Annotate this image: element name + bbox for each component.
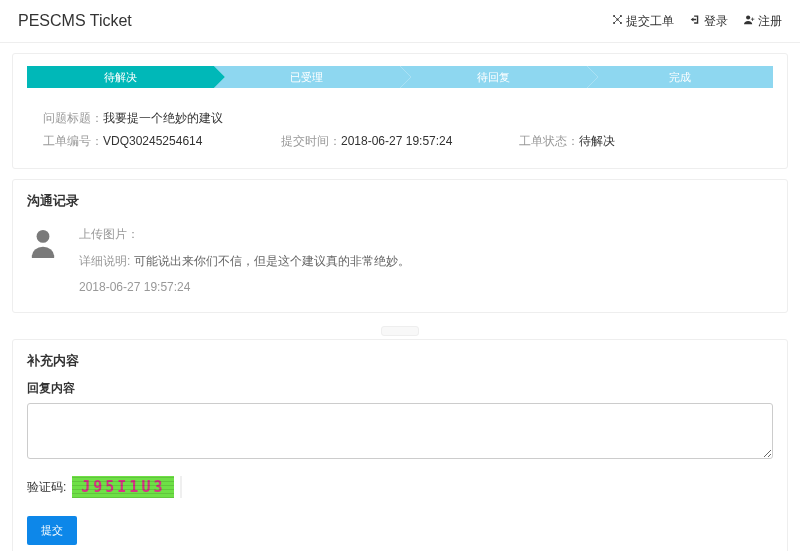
ticket-number-label: 工单编号： bbox=[43, 134, 103, 148]
main-container: 待解决 已受理 待回复 完成 问题标题：我要提一个绝妙的建议 工单编号：VDQ3… bbox=[0, 43, 800, 551]
ticket-time-value: 2018-06-27 19:57:24 bbox=[341, 134, 452, 148]
captcha-label: 验证码: bbox=[27, 479, 66, 496]
step-awaiting-reply: 待回复 bbox=[400, 66, 587, 88]
ticket-meta-row: 工单编号：VDQ30245254614 提交时间：2018-06-27 19:5… bbox=[43, 133, 757, 150]
message-time: 2018-06-27 19:57:24 bbox=[79, 280, 773, 294]
submit-button[interactable]: 提交 bbox=[27, 516, 77, 545]
ticket-status-value: 待解决 bbox=[579, 134, 615, 148]
nav-link-label: 提交工单 bbox=[626, 13, 674, 30]
ticket-info-block: 问题标题：我要提一个绝妙的建议 工单编号：VDQ30245254614 提交时间… bbox=[27, 104, 773, 156]
supplement-title: 补充内容 bbox=[27, 352, 773, 370]
step-accepted: 已受理 bbox=[214, 66, 401, 88]
nav-link-label: 登录 bbox=[704, 13, 728, 30]
svg-point-6 bbox=[37, 230, 50, 243]
detail-line: 详细说明: 可能说出来你们不信，但是这个建议真的非常绝妙。 bbox=[79, 253, 773, 270]
step-pending: 待解决 bbox=[27, 66, 214, 88]
ticket-title-value: 我要提一个绝妙的建议 bbox=[103, 111, 223, 125]
login-link[interactable]: 登录 bbox=[690, 13, 728, 30]
login-icon bbox=[690, 14, 701, 28]
captcha-input[interactable] bbox=[180, 476, 182, 498]
ticket-number: 工单编号：VDQ30245254614 bbox=[43, 133, 281, 150]
avatar bbox=[27, 226, 59, 258]
nav-links: 提交工单 登录 注册 bbox=[612, 13, 782, 30]
graph-icon bbox=[612, 14, 623, 28]
message-body: 上传图片： 详细说明: 可能说出来你们不信，但是这个建议真的非常绝妙。 2018… bbox=[79, 226, 773, 294]
register-link[interactable]: 注册 bbox=[744, 13, 782, 30]
brand-title[interactable]: PESCMS Ticket bbox=[18, 12, 132, 30]
message-item: 上传图片： 详细说明: 可能说出来你们不信，但是这个建议真的非常绝妙。 2018… bbox=[27, 220, 773, 300]
upload-line: 上传图片： bbox=[79, 226, 773, 243]
svg-point-5 bbox=[746, 15, 750, 19]
ticket-time: 提交时间：2018-06-27 19:57:24 bbox=[281, 133, 519, 150]
detail-value: 可能说出来你们不信，但是这个建议真的非常绝妙。 bbox=[134, 254, 410, 268]
svg-point-7 bbox=[32, 247, 54, 258]
reply-textarea[interactable] bbox=[27, 403, 773, 459]
submit-ticket-link[interactable]: 提交工单 bbox=[612, 13, 674, 30]
ticket-number-value: VDQ30245254614 bbox=[103, 134, 202, 148]
ticket-status-label: 工单状态： bbox=[519, 134, 579, 148]
progress-steps: 待解决 已受理 待回复 完成 bbox=[27, 66, 773, 88]
detail-label: 详细说明: bbox=[79, 254, 134, 268]
user-plus-icon bbox=[744, 14, 755, 28]
ticket-info-panel: 待解决 已受理 待回复 完成 问题标题：我要提一个绝妙的建议 工单编号：VDQ3… bbox=[12, 53, 788, 169]
supplement-panel: 补充内容 回复内容 验证码: J95I1U3 提交 bbox=[12, 339, 788, 551]
ticket-title-label: 问题标题： bbox=[43, 111, 103, 125]
ticket-time-label: 提交时间： bbox=[281, 134, 341, 148]
reply-label: 回复内容 bbox=[27, 380, 773, 397]
captcha-row: 验证码: J95I1U3 bbox=[27, 476, 773, 498]
ticket-title-row: 问题标题：我要提一个绝妙的建议 bbox=[43, 110, 757, 127]
captcha-image[interactable]: J95I1U3 bbox=[72, 476, 174, 498]
navbar: PESCMS Ticket 提交工单 登录 注册 bbox=[0, 0, 800, 43]
separator bbox=[12, 323, 788, 339]
step-done: 完成 bbox=[587, 66, 774, 88]
history-panel: 沟通记录 上传图片： 详细说明: 可能说出来你们不信，但是这个建议真的非常绝妙。… bbox=[12, 179, 788, 313]
ticket-status: 工单状态：待解决 bbox=[519, 133, 757, 150]
nav-link-label: 注册 bbox=[758, 13, 782, 30]
history-title: 沟通记录 bbox=[27, 192, 773, 210]
